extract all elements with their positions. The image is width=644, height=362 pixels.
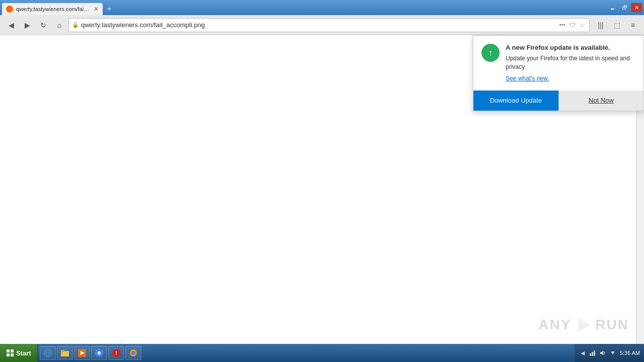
media-icon [77, 348, 87, 357]
chrome-icon [95, 348, 104, 357]
download-update-button[interactable]: Download Update [473, 90, 558, 111]
tray-network-icon[interactable] [589, 349, 597, 357]
watermark-text-any: ANY [538, 317, 571, 333]
reader-shield-icon[interactable]: 🛡 [569, 21, 577, 30]
taskbar-media-icon[interactable] [74, 346, 90, 360]
browser-tab[interactable]: qwerty.tastywieners.com/fait_accompli...… [2, 3, 103, 15]
tab-favicon [6, 6, 13, 13]
folder-icon [60, 348, 69, 357]
url-input[interactable] [81, 21, 556, 29]
svg-rect-20 [594, 350, 595, 356]
svg-text:!: ! [115, 350, 117, 356]
taskbar-explorer-icon[interactable] [57, 346, 73, 360]
home-button[interactable]: ⌂ [52, 18, 66, 32]
restore-button[interactable]: 🗗 [619, 3, 630, 12]
update-arrow-icon: ↑ [489, 48, 493, 58]
menu-button[interactable]: ≡ [626, 18, 640, 32]
taskbar: Start [0, 344, 644, 362]
nav-right-buttons: ||| ⬚ ≡ [594, 18, 640, 32]
update-popup-body: ↑ A new Firefox update is available. Upd… [473, 36, 643, 90]
page-content: ▲ ↑ A new Firefox update is available. U… [0, 35, 644, 344]
svg-rect-19 [592, 352, 593, 356]
title-bar: qwerty.tastywieners.com/fait_accompli...… [0, 0, 644, 15]
tab-strip: qwerty.tastywieners.com/fait_accompli...… [2, 0, 116, 15]
svg-marker-0 [578, 318, 590, 332]
library-button[interactable]: ||| [594, 18, 608, 32]
bookmark-star-icon[interactable]: ☆ [579, 21, 586, 30]
url-bar[interactable]: 🔒 ••• 🛡 ☆ [68, 18, 590, 32]
taskbar-av-icon[interactable]: ! [108, 346, 124, 360]
firefox-icon [129, 348, 138, 357]
update-actions: Download Update Not Now [473, 90, 643, 111]
back-button[interactable]: ◀ [4, 18, 18, 32]
url-bar-actions: ••• 🛡 ☆ [558, 21, 586, 30]
tab-title: qwerty.tastywieners.com/fait_accompli... [16, 6, 91, 12]
sync-button[interactable]: ⬚ [610, 18, 624, 32]
windows-icon [6, 349, 14, 357]
forward-button[interactable]: ▶ [20, 18, 34, 32]
taskbar-ie-icon[interactable] [40, 346, 56, 360]
more-info-button[interactable]: ••• [558, 21, 567, 30]
taskbar-chrome-icon[interactable] [91, 346, 107, 360]
system-tray: ◀ [579, 349, 617, 357]
update-icon-circle: ↑ [481, 44, 500, 62]
ie-icon [43, 348, 52, 357]
svg-rect-18 [590, 353, 591, 356]
update-title: A new Firefox update is available. [506, 44, 635, 51]
update-popup: ↑ A new Firefox update is available. Upd… [473, 35, 644, 111]
tray-expand-icon[interactable]: ◀ [579, 349, 587, 357]
update-text-block: A new Firefox update is available. Updat… [506, 44, 635, 82]
start-button[interactable]: Start [0, 344, 38, 362]
navigation-bar: ◀ ▶ ↻ ⌂ 🔒 ••• 🛡 ☆ ||| ⬚ ≡ [0, 15, 644, 35]
tab-close-icon[interactable]: ✕ [94, 6, 99, 13]
taskbar-right: ◀ 5:36 AM [575, 344, 644, 362]
update-description: Update your Firefox for the latest in sp… [506, 54, 635, 71]
new-tab-button[interactable]: + [103, 3, 116, 15]
window-controls: 🗕 🗗 ✕ [607, 3, 642, 12]
svg-point-13 [98, 351, 101, 354]
refresh-button[interactable]: ↻ [36, 18, 50, 32]
tray-volume-icon[interactable] [599, 349, 607, 357]
svg-rect-3 [7, 353, 10, 356]
svg-point-17 [131, 351, 135, 355]
close-button[interactable]: ✕ [631, 3, 642, 12]
svg-rect-9 [61, 350, 64, 352]
antivirus-icon: ! [112, 348, 121, 357]
watermark-text-run: RUN [595, 317, 629, 333]
watermark: ANY RUN [538, 316, 629, 334]
not-now-button[interactable]: Not Now [558, 90, 644, 111]
svg-rect-2 [11, 349, 14, 352]
clock: 5:36 AM [620, 350, 640, 356]
watermark-play-icon [574, 316, 592, 334]
svg-rect-1 [7, 349, 10, 352]
security-icon: 🔒 [72, 22, 79, 28]
taskbar-firefox-icon[interactable] [125, 346, 141, 360]
minimize-button[interactable]: 🗕 [607, 3, 618, 12]
tray-arrow-icon[interactable] [609, 349, 617, 357]
whats-new-link[interactable]: See what's new. [506, 75, 549, 82]
start-label: Start [16, 349, 31, 357]
svg-rect-4 [11, 353, 14, 356]
svg-marker-21 [600, 350, 603, 355]
taskbar-items: ! [38, 346, 575, 360]
svg-marker-22 [611, 351, 615, 354]
